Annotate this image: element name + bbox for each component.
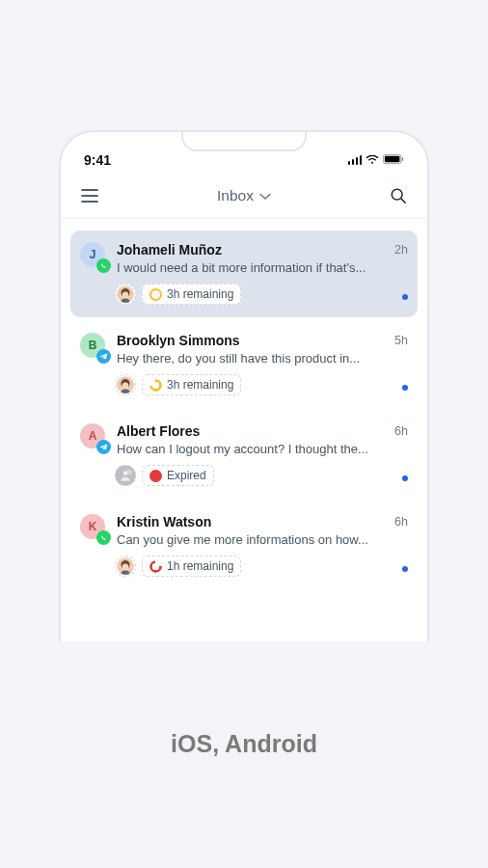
wifi-icon: [366, 152, 379, 168]
menu-button[interactable]: [78, 184, 101, 207]
agent-avatar: [115, 556, 136, 577]
unread-indicator: [402, 294, 408, 300]
timer-label: 3h remaining: [167, 287, 233, 301]
unassigned-agent-icon: [115, 465, 136, 486]
conversation-list: JJohameli Muñoz2hI would need a bit more…: [61, 219, 427, 589]
svg-point-3: [392, 189, 402, 200]
svg-point-8: [123, 471, 128, 475]
timer-chip: 1h remaining: [142, 556, 241, 577]
status-indicators: [348, 152, 405, 168]
telegram-channel-icon: [96, 440, 111, 454]
timer-chip: 3h remaining: [142, 284, 241, 305]
timer-label: 1h remaining: [167, 559, 233, 573]
timer-chip: Expired: [142, 465, 214, 486]
contact-name: Kristin Watson: [117, 514, 211, 529]
inbox-dropdown[interactable]: Inbox: [111, 187, 377, 204]
conversation-item[interactable]: AAlbert Flores6hHow can I logout my acco…: [70, 412, 418, 499]
conversation-time: 5h: [394, 334, 408, 347]
agent-avatar: [115, 284, 136, 305]
agent-avatar: [115, 374, 136, 395]
conversation-time: 6h: [394, 515, 408, 529]
timer-label: 3h remaining: [167, 378, 233, 392]
app-header: Inbox: [61, 171, 427, 219]
timer-icon: [149, 288, 162, 301]
message-preview: Hey there, do you still have this produc…: [117, 351, 408, 366]
search-button[interactable]: [387, 184, 410, 207]
contact-avatar: K: [80, 514, 107, 541]
battery-icon: [383, 152, 404, 168]
contact-avatar: A: [80, 423, 107, 450]
contact-avatar: J: [80, 242, 107, 269]
notch: [181, 130, 307, 151]
whatsapp-channel-icon: [96, 258, 111, 273]
svg-point-11: [122, 564, 129, 572]
status-time: 9:41: [84, 152, 111, 168]
timer-icon: [149, 470, 162, 482]
message-preview: Can you give me more informations on how…: [117, 532, 408, 547]
unread-indicator: [402, 566, 408, 572]
timer-label: Expired: [167, 469, 206, 482]
svg-point-5: [122, 292, 129, 300]
telegram-channel-icon: [96, 349, 111, 364]
whatsapp-channel-icon: [96, 530, 111, 545]
conversation-item[interactable]: BBrooklyn Simmons5hHey there, do you sti…: [70, 321, 418, 408]
caption-label: iOS, Android: [171, 730, 317, 758]
unread-indicator: [402, 475, 408, 481]
conversation-item[interactable]: KKristin Watson6hCan you give me more in…: [70, 502, 418, 589]
svg-rect-2: [402, 157, 403, 161]
timer-chip: 3h remaining: [142, 374, 241, 395]
contact-avatar: B: [80, 333, 107, 360]
phone-frame: 9:41 Inbox JJohameli Muñoz2hI would: [59, 130, 429, 641]
conversation-time: 2h: [394, 243, 408, 257]
svg-point-7: [122, 383, 129, 391]
timer-icon: [149, 560, 162, 573]
cellular-signal-icon: [348, 155, 363, 165]
chevron-down-icon: [259, 187, 271, 204]
conversation-item[interactable]: JJohameli Muñoz2hI would need a bit more…: [70, 231, 418, 317]
contact-name: Johameli Muñoz: [117, 242, 222, 258]
contact-name: Albert Flores: [117, 423, 200, 439]
conversation-time: 6h: [394, 424, 408, 438]
unread-indicator: [402, 385, 408, 391]
timer-icon: [149, 379, 162, 392]
message-preview: How can I logout my account? I thought t…: [117, 442, 408, 456]
header-title-text: Inbox: [217, 187, 254, 204]
contact-name: Brooklyn Simmons: [117, 333, 240, 348]
svg-rect-1: [385, 156, 400, 162]
message-preview: I would need a bit more information if t…: [117, 260, 408, 275]
